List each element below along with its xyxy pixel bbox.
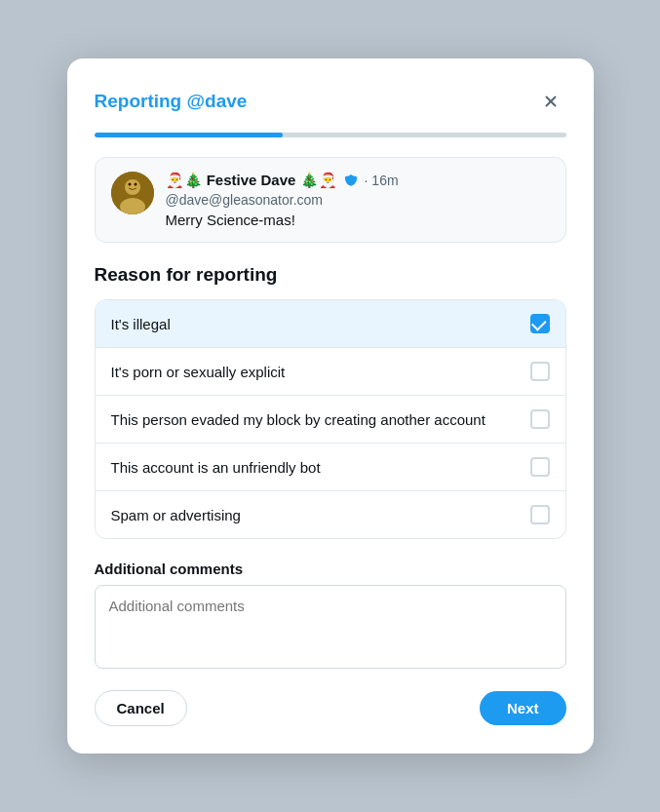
cancel-button[interactable]: Cancel: [95, 690, 187, 726]
modal-header: Reporting @dave: [95, 86, 566, 117]
option-porn-label: It's porn or sexually explicit: [111, 364, 286, 380]
post-preview: 🎅🎄 Festive Dave 🎄🎅 · 16m @dave@gleasonat…: [95, 157, 566, 243]
additional-comments-input[interactable]: [95, 585, 566, 669]
checkbox-porn[interactable]: [530, 362, 550, 381]
option-bot[interactable]: This account is an unfriendly bot: [96, 444, 565, 491]
option-bot-label: This account is an unfriendly bot: [111, 459, 321, 476]
checkbox-bot[interactable]: [530, 457, 550, 477]
post-handle: @dave@gleasonator.com: [166, 192, 550, 208]
additional-comments-label: Additional comments: [95, 561, 566, 577]
post-content: 🎅🎄 Festive Dave 🎄🎅 · 16m @dave@gleasonat…: [166, 172, 550, 228]
option-spam-label: Spam or advertising: [111, 507, 241, 523]
avatar: [111, 172, 154, 214]
report-modal: Reporting @dave: [67, 58, 594, 754]
post-author-row: 🎅🎄 Festive Dave 🎄🎅 · 16m: [166, 172, 550, 189]
close-button[interactable]: [535, 86, 566, 117]
verified-badge: [343, 173, 359, 188]
post-time: · 16m: [365, 173, 399, 188]
progress-bar-container: [95, 133, 566, 137]
options-list: It's illegal It's porn or sexually expli…: [95, 299, 566, 539]
reason-section-title: Reason for reporting: [95, 264, 566, 286]
option-illegal-label: It's illegal: [111, 316, 171, 332]
next-button[interactable]: Next: [480, 691, 566, 725]
post-text: Merry Science-mas!: [166, 212, 550, 228]
svg-point-6: [128, 183, 131, 186]
checkbox-block-evade[interactable]: [530, 409, 550, 429]
checkbox-spam[interactable]: [530, 505, 550, 524]
option-block-evade[interactable]: This person evaded my block by creating …: [96, 396, 565, 444]
option-spam[interactable]: Spam or advertising: [96, 491, 565, 538]
post-display-name: 🎅🎄 Festive Dave 🎄🎅: [166, 172, 337, 189]
modal-footer: Cancel Next: [95, 690, 566, 726]
option-porn[interactable]: It's porn or sexually explicit: [96, 348, 565, 396]
checkbox-illegal[interactable]: [530, 314, 550, 333]
option-illegal[interactable]: It's illegal: [96, 300, 565, 348]
svg-point-7: [134, 183, 136, 186]
option-block-evade-label: This person evaded my block by creating …: [111, 411, 485, 428]
progress-bar-fill: [95, 133, 284, 137]
modal-title: Reporting @dave: [95, 91, 248, 112]
